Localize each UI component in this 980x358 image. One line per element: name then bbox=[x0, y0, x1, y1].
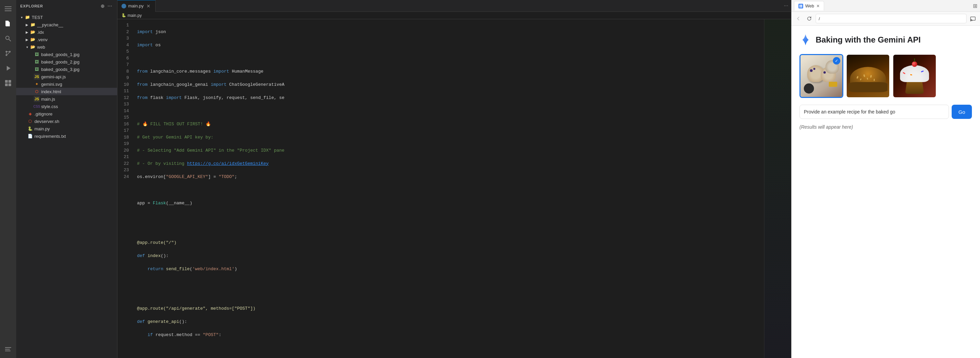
svg-rect-15 bbox=[5, 349, 10, 350]
browser-refresh-button[interactable] bbox=[805, 14, 814, 23]
code-line-2: import os bbox=[137, 42, 764, 49]
root-folder-icon: 📁 bbox=[24, 14, 30, 20]
svg-rect-13 bbox=[8, 83, 11, 86]
idx-name: .idx bbox=[37, 30, 44, 35]
code-line-3 bbox=[137, 55, 764, 62]
sidebar-item-main-py[interactable]: 🐍 main.py bbox=[16, 125, 117, 133]
browser-tab-web[interactable]: Web ✕ bbox=[794, 1, 824, 10]
tab-main-py[interactable]: main.py ✕ bbox=[118, 0, 156, 12]
sidebar-item-gemini-api[interactable]: JS gemini-api.js bbox=[16, 73, 117, 80]
code-line-16 bbox=[137, 226, 764, 233]
requirements-icon: 📄 bbox=[27, 133, 33, 139]
source-control-icon[interactable] bbox=[2, 47, 14, 59]
code-line-18: def index(): bbox=[137, 253, 764, 259]
more-options-icon[interactable]: ··· bbox=[107, 3, 113, 10]
sidebar-item-idx[interactable]: ▶ 📂 .idx bbox=[16, 28, 117, 36]
code-line-24: if request.method == "POST": bbox=[137, 332, 764, 339]
browser-back-button[interactable] bbox=[794, 14, 803, 23]
code-line-8: # 🔥 FILL THIS OUT FIRST! 🔥 bbox=[137, 121, 764, 128]
style-css-name: style.css bbox=[41, 104, 58, 109]
pycache-name: __pycache__ bbox=[37, 22, 63, 27]
sidebar-item-style-css[interactable]: CSS style.css bbox=[16, 103, 117, 110]
requirements-name: requirements.txt bbox=[34, 134, 66, 139]
index-html-icon: ⬡ bbox=[34, 88, 40, 94]
code-line-21 bbox=[137, 292, 764, 299]
code-line-23: def generate_api(): bbox=[137, 318, 764, 325]
gemini-api-icon: JS bbox=[34, 74, 40, 80]
idx-icon: 📂 bbox=[30, 29, 36, 35]
svg-rect-12 bbox=[5, 83, 8, 86]
baked3-icon: 🖼 bbox=[34, 66, 40, 72]
code-line-7 bbox=[137, 108, 764, 115]
app-title: Baking with the Gemini API bbox=[816, 35, 921, 45]
app-header: Baking with the Gemini API bbox=[799, 34, 972, 46]
code-line-5: from langchain_google_genai import ChatG… bbox=[137, 82, 764, 88]
sidebar-item-gemini-svg[interactable]: ✦ gemini.svg bbox=[16, 80, 117, 88]
browser-address-input[interactable] bbox=[816, 14, 967, 23]
prompt-area: Go bbox=[799, 105, 972, 119]
extensions-icon[interactable] bbox=[2, 77, 14, 89]
code-line-10: # - Selecting "Add Gemini API" in the "P… bbox=[137, 147, 764, 154]
code-line-17: @app.route("/") bbox=[137, 240, 764, 246]
browser-tab-close[interactable]: ✕ bbox=[816, 4, 820, 8]
explorer-icon[interactable] bbox=[2, 18, 14, 30]
venv-chevron: ▶ bbox=[24, 38, 30, 42]
sidebar-item-devserver[interactable]: ⬡ devserver.sh bbox=[16, 118, 117, 125]
browser-content: Baking with the Gemini API ✓ bbox=[791, 26, 980, 358]
browser-panel: Web ✕ ⊞ bbox=[791, 0, 980, 358]
sidebar-item-baked2[interactable]: 🖼 baked_goods_2.jpg bbox=[16, 58, 117, 66]
selected-badge-1: ✓ bbox=[833, 57, 840, 64]
svg-rect-19 bbox=[799, 6, 801, 8]
search-icon[interactable] bbox=[2, 32, 14, 45]
web-icon: 📂 bbox=[30, 44, 36, 50]
sidebar-item-pycache[interactable]: ▶ 📁 __pycache__ bbox=[16, 21, 117, 28]
sidebar-item-baked3[interactable]: 🖼 baked_goods_3.jpg bbox=[16, 66, 117, 73]
breadcrumb-icon: 🐍 bbox=[121, 13, 126, 18]
gallery-image-1[interactable]: ✓ bbox=[799, 54, 843, 98]
browser-cast-icon[interactable] bbox=[969, 14, 977, 23]
index-html-name: index.html bbox=[41, 89, 61, 94]
svg-point-6 bbox=[6, 51, 8, 53]
code-line-15 bbox=[137, 213, 764, 220]
venv-name: .venv bbox=[37, 37, 48, 42]
gitignore-icon: ◈ bbox=[27, 111, 33, 117]
svg-point-4 bbox=[6, 36, 9, 40]
sidebar-item-requirements[interactable]: 📄 requirements.txt bbox=[16, 133, 117, 140]
run-debug-icon[interactable] bbox=[2, 62, 14, 74]
baked3-name: baked_goods_3.jpg bbox=[41, 67, 80, 72]
code-line-14: app = Flask(__name__) bbox=[137, 200, 764, 207]
devserver-icon: ⬡ bbox=[27, 118, 33, 124]
sidebar-item-index-html[interactable]: ⬡ index.html bbox=[16, 88, 117, 95]
tab-close-button[interactable]: ✕ bbox=[146, 3, 151, 9]
svg-rect-21 bbox=[970, 17, 975, 20]
sidebar-item-venv[interactable]: ▶ 📂 .venv bbox=[16, 36, 117, 43]
minimap bbox=[764, 19, 791, 358]
svg-rect-14 bbox=[5, 347, 11, 348]
outline-icon[interactable] bbox=[2, 343, 14, 355]
web-chevron: ▾ bbox=[24, 45, 30, 49]
tab-more-button[interactable]: ··· bbox=[781, 3, 791, 9]
main-js-icon: JS bbox=[34, 96, 40, 102]
menu-icon[interactable] bbox=[2, 3, 14, 15]
go-button[interactable]: Go bbox=[951, 105, 972, 119]
sidebar-title: EXPLORER bbox=[20, 4, 43, 8]
web-tab-icon bbox=[799, 4, 803, 8]
svg-rect-0 bbox=[5, 6, 11, 7]
idx-chevron: ▶ bbox=[24, 30, 30, 34]
new-file-icon[interactable]: ⊕ bbox=[100, 3, 106, 10]
sidebar-item-gitignore[interactable]: ◈ .gitignore bbox=[16, 110, 117, 118]
code-line-13 bbox=[137, 187, 764, 193]
browser-tab-more[interactable]: ⊞ bbox=[973, 3, 977, 9]
root-folder[interactable]: ▾ 📁 TEST bbox=[16, 13, 117, 21]
gallery-image-2[interactable] bbox=[846, 54, 890, 98]
sidebar-item-main-js[interactable]: JS main.js bbox=[16, 95, 117, 103]
gallery-image-3[interactable] bbox=[892, 54, 937, 98]
prompt-input[interactable] bbox=[799, 105, 949, 119]
main-js-name: main.js bbox=[41, 97, 55, 102]
sidebar-item-baked1[interactable]: 🖼 baked_goods_1.jpg bbox=[16, 51, 117, 58]
sidebar-item-web[interactable]: ▾ 📂 web bbox=[16, 43, 117, 51]
editor-area: main.py ✕ ··· 🐍 main.py 12345 678910 111… bbox=[118, 0, 791, 358]
svg-rect-1 bbox=[5, 8, 11, 9]
code-editor[interactable]: 12345 678910 1112131415 1617181920 21222… bbox=[118, 19, 791, 358]
browser-tab-label: Web bbox=[805, 3, 814, 8]
